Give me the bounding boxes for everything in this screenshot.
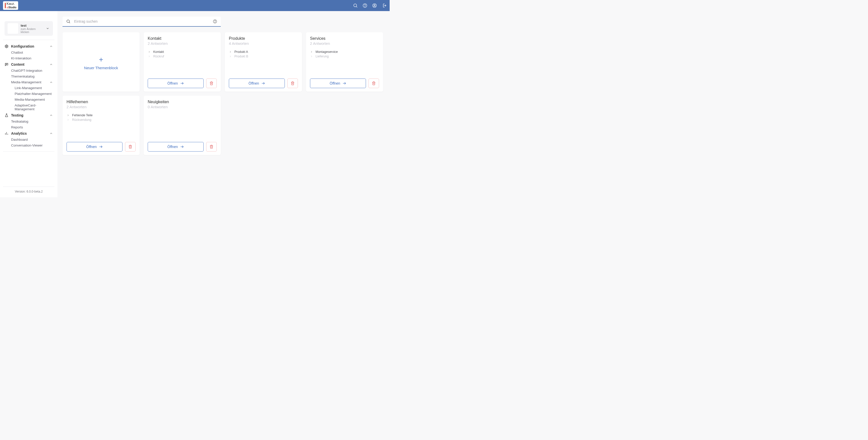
project-selector[interactable]: test zum Ändern klicken <box>4 21 53 36</box>
nav-item-platzhalter-management[interactable]: Platzhalter-Management <box>2 91 55 97</box>
search-bar[interactable] <box>62 16 221 27</box>
sidebar: test zum Ändern klicken Konfiguration Ch… <box>0 11 58 197</box>
nav-item-themenkatalog[interactable]: Themenkatalog <box>2 73 55 79</box>
topic-card: Hilfethemen 2 Antworten Fehlende Teile R… <box>62 96 140 155</box>
card-actions: Öffnen <box>310 78 379 88</box>
sidebar-footer: Version: 6.0.0-beta.2 <box>0 184 58 197</box>
nav-item-adaptivecard-management[interactable]: AdaptiveCard-Management <box>2 102 55 112</box>
card-subtitle: 2 Antworten <box>66 105 135 109</box>
arrow-right-icon <box>99 145 103 149</box>
delete-button[interactable] <box>125 142 135 151</box>
header-actions <box>353 3 386 8</box>
nav-section-konfiguration[interactable]: Konfiguration <box>2 43 55 49</box>
cards-grid: ＋ Neuer Themenblock Kontakt 2 Antworten … <box>62 32 384 155</box>
nav-item-reports[interactable]: Reports <box>2 124 55 130</box>
open-button[interactable]: Öffnen <box>148 142 204 151</box>
new-topic-card[interactable]: ＋ Neuer Themenblock <box>62 32 140 92</box>
nav-item-chatgpt-integration[interactable]: ChatGPT-Integration <box>2 68 55 73</box>
open-button[interactable]: Öffnen <box>229 78 285 88</box>
open-button-label: Öffnen <box>86 145 97 149</box>
app-logo[interactable]: Kauz. aiStudio <box>3 1 18 9</box>
chevron-right-icon <box>310 55 313 58</box>
chevron-down-icon <box>46 27 50 30</box>
nav-item-testkatalog[interactable]: Testkatalog <box>2 119 55 124</box>
logo-bottom-prefix: ai <box>6 6 8 9</box>
card-list-item-label: Fehlende Teile <box>72 113 93 117</box>
nav-item-chatbot[interactable]: Chatbot <box>2 49 55 55</box>
trash-icon <box>128 145 132 149</box>
search-icon <box>66 19 70 24</box>
nav-section-label: Analytics <box>11 131 50 135</box>
chevron-right-icon <box>66 114 69 117</box>
topic-card: Services 2 Antworten Montageservice Lief… <box>306 32 383 92</box>
card-item-list <box>148 113 217 142</box>
arrow-right-icon <box>261 81 265 85</box>
open-button-label: Öffnen <box>330 81 340 85</box>
gear-icon <box>4 44 9 48</box>
logo-bottom-bold: Studio <box>8 6 17 9</box>
topic-card: Kontakt 2 Antworten Kontakt Rückruf Öffn… <box>144 32 221 92</box>
nav-section-content[interactable]: Content <box>2 61 55 68</box>
card-list-item[interactable]: Fehlende Teile <box>66 113 135 117</box>
nav-item-dashboard[interactable]: Dashboard <box>2 137 55 142</box>
nav-item-media-management[interactable]: Media-Management <box>2 79 55 85</box>
delete-button[interactable] <box>287 78 298 88</box>
logout-icon[interactable] <box>381 3 386 8</box>
card-list-item[interactable]: Montageservice <box>310 49 379 54</box>
card-list-item[interactable]: Produkt B <box>229 54 298 59</box>
flask-icon <box>4 113 9 117</box>
card-list-item-label: Kontakt <box>153 50 164 54</box>
search-icon[interactable] <box>353 3 358 8</box>
help-icon[interactable] <box>363 3 368 8</box>
svg-point-13 <box>67 20 69 23</box>
user-icon[interactable] <box>372 3 377 8</box>
topic-card: Produkte 4 Antworten Produkt A Produkt B… <box>225 32 302 92</box>
nav-item-ki-interaktion[interactable]: KI-Interaktion <box>2 55 55 61</box>
help-icon[interactable] <box>213 19 217 24</box>
chevron-up-icon <box>50 63 53 66</box>
message-icon <box>4 62 9 66</box>
open-button[interactable]: Öffnen <box>148 78 204 88</box>
nav-item-media-management-sub[interactable]: Media-Management <box>2 97 55 102</box>
bar-chart-icon <box>4 131 9 135</box>
chevron-up-icon <box>50 44 53 48</box>
card-list-item[interactable]: Rücksendung <box>66 117 135 122</box>
card-list-item-label: Rücksendung <box>72 118 91 122</box>
chevron-right-icon <box>229 55 232 58</box>
svg-line-14 <box>69 22 70 23</box>
nav-item-link-management[interactable]: Link-Management <box>2 85 55 91</box>
card-list-item[interactable]: Rückruf <box>148 54 217 59</box>
card-subtitle: 4 Antworten <box>229 41 298 45</box>
card-list-item[interactable]: Produkt A <box>229 49 298 54</box>
card-title: Services <box>310 36 379 41</box>
nav-section-analytics[interactable]: Analytics <box>2 130 55 137</box>
open-button[interactable]: Öffnen <box>310 78 366 88</box>
svg-point-5 <box>374 4 375 6</box>
card-list-item[interactable]: Kontakt <box>148 49 217 54</box>
card-actions: Öffnen <box>66 142 135 151</box>
project-hint: zum Ändern klicken <box>21 28 43 33</box>
chevron-right-icon <box>310 50 313 54</box>
card-title: Neuigkeiten <box>148 100 217 104</box>
chevron-right-icon <box>229 50 232 54</box>
card-list-item[interactable]: Lieferung <box>310 54 379 59</box>
card-list-item-label: Lieferung <box>315 55 329 58</box>
chevron-right-icon <box>148 55 151 58</box>
card-subtitle: 2 Antworten <box>310 41 379 45</box>
nav-section-testing[interactable]: Testing <box>2 112 55 119</box>
app-header: Kauz. aiStudio <box>0 0 390 11</box>
card-actions: Öffnen <box>148 78 217 88</box>
card-title: Produkte <box>229 36 298 41</box>
delete-button[interactable] <box>206 78 217 88</box>
search-input[interactable] <box>74 20 209 24</box>
delete-button[interactable] <box>206 142 217 151</box>
topic-card: Neuigkeiten 0 Antworten Öffnen <box>144 96 221 155</box>
card-title: Hilfethemen <box>66 100 135 104</box>
nav-section-label: Testing <box>11 113 50 117</box>
new-topic-label: Neuer Themenblock <box>84 66 118 70</box>
open-button[interactable]: Öffnen <box>66 142 123 151</box>
nav-item-conversation-viewer[interactable]: Conversation-Viewer <box>2 142 55 148</box>
delete-button[interactable] <box>369 78 379 88</box>
arrow-right-icon <box>180 145 184 149</box>
card-subtitle: 0 Antworten <box>148 105 217 109</box>
